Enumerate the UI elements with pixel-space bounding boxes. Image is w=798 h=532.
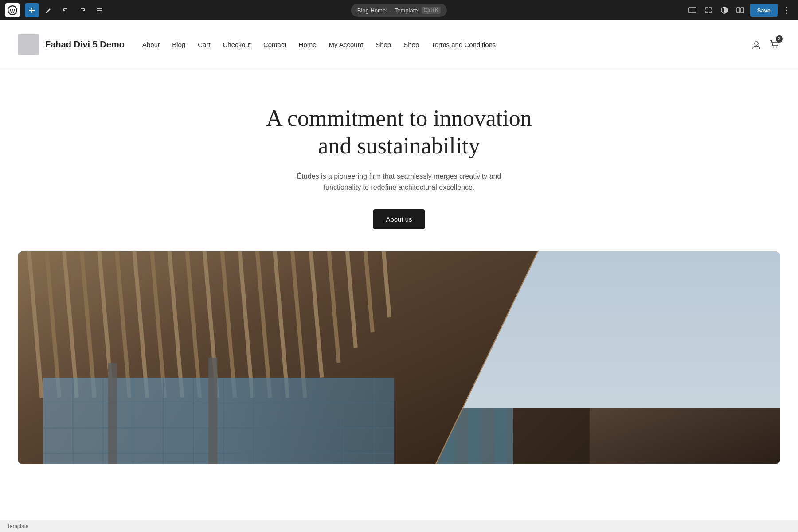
user-account-icon[interactable] bbox=[751, 39, 762, 50]
shortcut-label: Ctrl+K bbox=[422, 7, 441, 14]
site-logo[interactable]: Fahad Divi 5 Demo bbox=[18, 34, 125, 55]
svg-rect-11 bbox=[741, 8, 744, 13]
logo-image bbox=[18, 34, 39, 55]
building-image bbox=[18, 251, 780, 464]
split-icon-button[interactable] bbox=[734, 4, 747, 16]
nav-link-contact[interactable]: Contact bbox=[263, 41, 286, 48]
about-us-button[interactable]: About us bbox=[373, 209, 424, 229]
svg-point-13 bbox=[773, 46, 774, 47]
nav-link-blog[interactable]: Blog bbox=[172, 41, 185, 48]
navbar: Fahad Divi 5 Demo About Blog Cart Checko… bbox=[0, 20, 798, 69]
hero-section: A commitment to innovation and sustainab… bbox=[0, 69, 798, 251]
svg-rect-6 bbox=[97, 10, 102, 11]
page-selector[interactable]: Blog Home · Template Ctrl+K bbox=[351, 4, 447, 17]
page-name: Blog Home bbox=[357, 7, 386, 14]
svg-rect-8 bbox=[689, 8, 696, 13]
toolbar: W Blog Home · Template Ctrl+K bbox=[0, 0, 798, 20]
separator: · bbox=[389, 7, 391, 14]
nav-link-shop2[interactable]: Shop bbox=[403, 41, 419, 48]
status-bar: Template bbox=[0, 520, 798, 532]
nav-links: About Blog Cart Checkout Contact Home My… bbox=[142, 41, 751, 48]
wp-logo[interactable]: W bbox=[5, 3, 20, 17]
svg-rect-3 bbox=[29, 10, 35, 11]
redo-button[interactable] bbox=[75, 3, 90, 17]
nav-actions: 2 bbox=[751, 38, 780, 51]
svg-text:W: W bbox=[10, 8, 15, 14]
more-options-button[interactable]: ⋮ bbox=[781, 5, 793, 15]
cart-icon[interactable]: 2 bbox=[769, 38, 780, 51]
nav-link-checkout[interactable]: Checkout bbox=[223, 41, 251, 48]
add-button[interactable] bbox=[25, 3, 39, 17]
hero-subtitle: Études is a pioneering firm that seamles… bbox=[284, 171, 514, 193]
template-label: Template bbox=[395, 7, 418, 14]
svg-rect-7 bbox=[97, 12, 102, 12]
nav-link-about[interactable]: About bbox=[142, 41, 160, 48]
svg-point-4 bbox=[46, 12, 47, 13]
status-text: Template bbox=[7, 523, 29, 529]
page-content: Fahad Divi 5 Demo About Blog Cart Checko… bbox=[0, 20, 798, 520]
glass-panels bbox=[56, 368, 513, 464]
hero-title: A commitment to innovation and sustainab… bbox=[18, 105, 780, 160]
undo-button[interactable] bbox=[59, 3, 73, 17]
nav-link-terms[interactable]: Terms and Conditions bbox=[431, 41, 496, 48]
toolbar-right: Save ⋮ bbox=[686, 4, 793, 17]
nav-link-home[interactable]: Home bbox=[299, 41, 317, 48]
toolbar-center: Blog Home · Template Ctrl+K bbox=[351, 4, 447, 17]
site-name: Fahad Divi 5 Demo bbox=[45, 39, 125, 50]
brush-button[interactable] bbox=[42, 3, 56, 17]
cart-badge: 2 bbox=[776, 35, 783, 43]
nav-link-cart[interactable]: Cart bbox=[198, 41, 210, 48]
nav-link-shop1[interactable]: Shop bbox=[376, 41, 391, 48]
fullscreen-icon-button[interactable] bbox=[702, 4, 715, 16]
svg-rect-10 bbox=[737, 8, 740, 13]
save-button[interactable]: Save bbox=[750, 4, 778, 17]
nav-link-my-account[interactable]: My Account bbox=[329, 41, 364, 48]
view-icon-button[interactable] bbox=[686, 4, 699, 16]
svg-point-12 bbox=[755, 42, 758, 45]
building-inner bbox=[18, 251, 780, 464]
svg-point-14 bbox=[776, 46, 778, 47]
list-button[interactable] bbox=[92, 3, 106, 17]
svg-rect-5 bbox=[97, 8, 102, 9]
contrast-icon-button[interactable] bbox=[718, 4, 731, 16]
